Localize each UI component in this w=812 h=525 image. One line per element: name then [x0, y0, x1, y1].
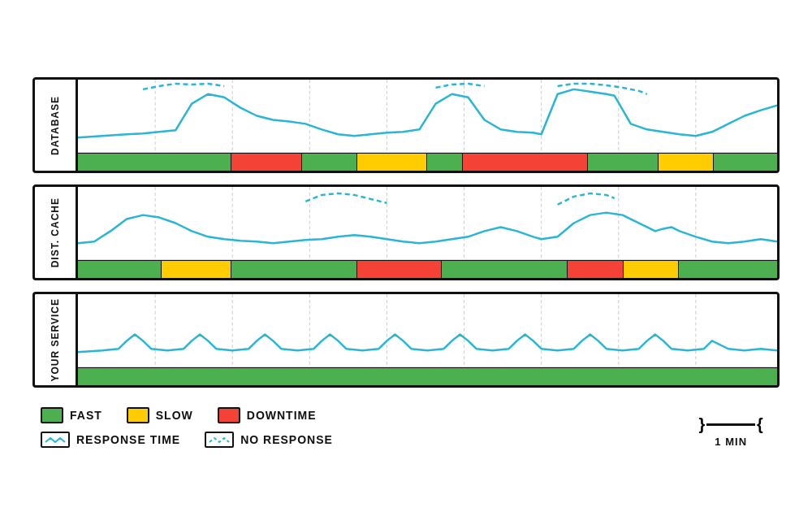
status-seg — [357, 154, 427, 171]
your-service-panel: YOUR SERVICE — [32, 292, 780, 388]
dist-cache-panel: DIST. CACHE — [32, 184, 780, 280]
database-graph — [78, 80, 777, 153]
status-seg — [463, 154, 589, 171]
legend-dashed-line-svg — [208, 434, 231, 445]
legend-fast: FAST — [41, 407, 102, 423]
status-seg — [679, 261, 777, 278]
your-service-label-container: YOUR SERVICE — [35, 294, 76, 385]
status-seg — [78, 261, 162, 278]
legend-response-line-box — [41, 432, 70, 448]
time-bracket: } } — [698, 416, 763, 432]
legend-fast-label: FAST — [70, 409, 102, 422]
database-svg — [78, 80, 777, 152]
bracket-right: } — [757, 416, 763, 432]
main-container: DATABASE — [24, 61, 788, 464]
your-service-graph — [78, 294, 777, 367]
time-label: 1 MIN — [715, 436, 747, 448]
legend-downtime: DOWNTIME — [218, 407, 317, 423]
legend-row-1: FAST SLOW DOWNTIME — [41, 407, 333, 423]
status-seg — [302, 154, 358, 171]
legend: FAST SLOW DOWNTIME — [32, 407, 333, 448]
time-indicator: } } 1 MIN — [698, 416, 780, 448]
status-seg — [568, 261, 624, 278]
legend-fast-box — [41, 407, 63, 423]
legend-row-container: FAST SLOW DOWNTIME — [32, 399, 780, 448]
status-seg — [624, 261, 680, 278]
status-seg — [427, 154, 462, 171]
database-panel: DATABASE — [32, 77, 780, 173]
legend-slow: SLOW — [127, 407, 193, 423]
database-chart-right — [76, 80, 777, 171]
dist-cache-status-bar — [78, 260, 777, 278]
status-seg — [162, 261, 231, 278]
dist-cache-chart-right — [76, 187, 777, 278]
status-seg — [231, 261, 357, 278]
status-seg — [78, 154, 231, 171]
bracket-left: } — [698, 416, 705, 432]
your-service-svg — [78, 294, 777, 367]
legend-downtime-box — [218, 407, 240, 423]
dist-cache-label: DIST. CACHE — [50, 197, 61, 267]
status-seg — [231, 154, 301, 171]
legend-no-response-line-box — [205, 432, 234, 448]
legend-slow-box — [127, 407, 149, 423]
status-seg — [357, 261, 441, 278]
legend-no-response: NO RESPONSE — [205, 432, 333, 448]
status-seg — [659, 154, 715, 171]
legend-response-time-label: RESPONSE TIME — [76, 433, 180, 446]
status-seg — [588, 154, 658, 171]
your-service-label: YOUR SERVICE — [50, 298, 61, 381]
database-label-container: DATABASE — [35, 80, 76, 171]
legend-slow-label: SLOW — [156, 409, 193, 422]
status-seg — [442, 261, 568, 278]
legend-response-time: RESPONSE TIME — [41, 432, 180, 448]
legend-row-2: RESPONSE TIME NO RESPONSE — [41, 432, 333, 448]
your-service-chart-right — [76, 294, 777, 385]
database-status-bar — [78, 153, 777, 171]
your-service-status-bar — [78, 367, 777, 385]
status-seg — [714, 154, 777, 171]
dist-cache-graph — [78, 187, 777, 260]
legend-downtime-label: DOWNTIME — [247, 409, 317, 422]
dist-cache-svg — [78, 187, 777, 259]
legend-no-response-label: NO RESPONSE — [240, 433, 333, 446]
legend-solid-line-svg — [44, 434, 67, 445]
database-label: DATABASE — [50, 96, 61, 155]
bracket-line — [706, 423, 755, 426]
status-seg — [78, 368, 777, 385]
dist-cache-label-container: DIST. CACHE — [35, 187, 76, 278]
